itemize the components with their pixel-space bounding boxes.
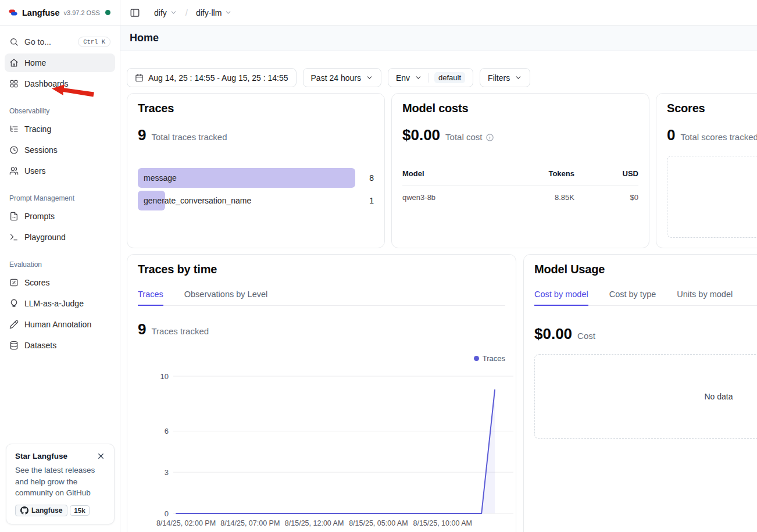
usage-empty-box: No data (534, 354, 757, 439)
svg-text:3: 3 (165, 468, 169, 477)
total-cost: $0.00 (402, 126, 440, 144)
tab-cost-by-type[interactable]: Cost by type (609, 290, 656, 305)
bar-label: generate_conversation_name (144, 191, 251, 210)
tab-observations-by-level[interactable]: Observations by Level (184, 290, 267, 305)
scores-card: Scores 0 Total scores tracked (656, 93, 757, 248)
dashboards-icon (9, 79, 19, 88)
project-name: dify-llm (196, 8, 222, 17)
sidebar-item-llm-as-a-judge[interactable]: LLM-as-a-Judge (5, 294, 115, 313)
github-star-button[interactable]: Langfuse (15, 505, 67, 516)
model-usage-card: Model Usage Cost by model Cost by type U… (523, 254, 757, 532)
sidebar-item-scores[interactable]: Scores (5, 273, 115, 292)
env-filter-button[interactable]: Env default (388, 68, 473, 87)
sidebar-item-tracing[interactable]: Tracing (5, 120, 115, 138)
home-icon (9, 58, 19, 67)
time-preset-button[interactable]: Past 24 hours (303, 68, 381, 87)
traces-by-time-tabs: Traces Observations by Level (138, 290, 505, 306)
sidebar-item-prompts[interactable]: Prompts (5, 207, 115, 226)
search-icon (9, 37, 19, 47)
terminal-icon (9, 233, 19, 242)
traces-by-time-card: Traces by time Traces Observations by Le… (127, 254, 516, 532)
chevron-down-icon (515, 74, 522, 81)
model-usd: $0 (574, 193, 638, 202)
env-value-badge: default (434, 72, 465, 83)
sidebar-item-label: Tracing (24, 124, 51, 134)
sidebar-item-label: Prompts (24, 212, 55, 221)
sidebar-item-users[interactable]: Users (5, 162, 115, 180)
filters-button[interactable]: Filters (480, 68, 530, 87)
card-title: Traces (138, 102, 174, 115)
goto-shortcut: Ctrl K (78, 37, 110, 47)
users-icon (9, 166, 19, 176)
time-preset-value: Past 24 hours (311, 73, 361, 83)
divider (428, 73, 429, 83)
model-costs-card: Model costs $0.00 Total cost Model Token… (391, 93, 649, 248)
file-icon (9, 212, 19, 221)
org-selector[interactable]: dify (154, 8, 177, 17)
section-prompt-management: Prompt Management (5, 194, 115, 202)
github-button-label: Langfuse (31, 506, 62, 515)
tracing-icon (9, 124, 19, 134)
usage-cost: $0.00 (534, 325, 572, 343)
svg-text:10: 10 (160, 372, 169, 381)
traces-tracked: 9 (138, 320, 146, 338)
close-icon[interactable] (97, 452, 105, 460)
sidebar-item-sessions[interactable]: Sessions (5, 141, 115, 159)
chevron-down-icon (415, 74, 422, 81)
svg-text:8/15/25, 12:00 AM: 8/15/25, 12:00 AM (285, 519, 344, 527)
model-usage-tabs: Cost by model Cost by type Units by mode… (534, 290, 757, 306)
langfuse-logo-icon (8, 8, 18, 17)
tab-units-by-model[interactable]: Units by model (677, 290, 733, 305)
sidebar-item-human-annotation[interactable]: Human Annotation (5, 315, 115, 334)
section-observability: Observability (5, 107, 115, 115)
tab-traces[interactable]: Traces (138, 290, 163, 306)
svg-text:8/14/25, 02:00 PM: 8/14/25, 02:00 PM (156, 519, 216, 527)
date-range-value: Aug 14, 25 : 14:55 - Aug 15, 25 : 14:55 (148, 73, 288, 83)
traces-line-chart: 036108/14/25, 02:00 PM8/14/25, 07:00 PM8… (128, 364, 516, 532)
page-header: Home (120, 26, 757, 51)
legend-dot (474, 356, 479, 361)
sidebar-item-label: Home (24, 58, 46, 67)
tab-cost-by-model[interactable]: Cost by model (534, 290, 588, 306)
sidebar-item-label: Scores (24, 278, 50, 287)
github-star-count[interactable]: 15k (70, 505, 89, 516)
lightbulb-icon (9, 299, 19, 308)
table-row[interactable]: qwen3-8b 8.85K $0 (402, 185, 638, 202)
bar-value: 1 (369, 191, 374, 210)
column-header: Model (402, 169, 510, 178)
filters-label: Filters (488, 73, 510, 83)
traces-tracked-label: Traces tracked (151, 326, 209, 336)
card-title: Traces by time (138, 263, 217, 276)
sidebar-item-home[interactable]: Home (5, 53, 115, 72)
date-range-button[interactable]: Aug 14, 25 : 14:55 - Aug 15, 25 : 14:55 (127, 68, 297, 87)
sidebar: Langfuse v3.97.2 OSS Go to... Ctrl K Hom… (0, 0, 120, 532)
goto-search[interactable]: Go to... Ctrl K (5, 33, 115, 51)
svg-text:6: 6 (165, 427, 169, 435)
scores-total: 0 (667, 126, 675, 144)
model-name: qwen3-8b (402, 193, 510, 202)
column-header: Tokens (510, 169, 574, 178)
sidebar-item-dashboards[interactable]: Dashboards (5, 74, 115, 93)
project-selector[interactable]: dify-llm (196, 8, 232, 17)
brand-row: Langfuse v3.97.2 OSS (0, 0, 120, 26)
column-header: USD (574, 169, 638, 178)
sidebar-item-label: LLM-as-a-Judge (24, 299, 84, 308)
card-title: Scores (667, 102, 705, 115)
chevron-down-icon (170, 9, 177, 16)
percent-square-icon (9, 278, 19, 287)
sidebar-item-datasets[interactable]: Datasets (5, 336, 115, 355)
side-nav: Go to... Ctrl K Home Dashboards Observab… (0, 26, 120, 355)
brand-name: Langfuse (22, 8, 59, 17)
sidebar-item-playground[interactable]: Playground (5, 228, 115, 247)
model-costs-table: Model Tokens USD qwen3-8b 8.85K $0 (402, 169, 638, 202)
svg-text:8/14/25, 07:00 PM: 8/14/25, 07:00 PM (220, 519, 280, 527)
bar-row[interactable]: message 8 (138, 168, 374, 188)
svg-text:0: 0 (165, 509, 169, 518)
bar-row[interactable]: generate_conversation_name 1 (138, 191, 374, 210)
sidebar-toggle-button[interactable] (130, 8, 140, 18)
chart-legend: Traces (474, 354, 505, 363)
no-data-label: No data (704, 392, 733, 401)
traces-card: Traces 9 Total traces tracked message 8 … (127, 93, 385, 248)
traces-total-label: Total traces tracked (151, 132, 227, 142)
star-langfuse-card: Star Langfuse See the latest releases an… (6, 444, 115, 524)
